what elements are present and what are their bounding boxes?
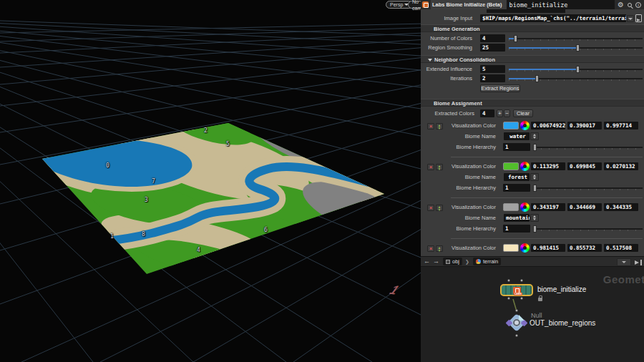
biome-hierarchy-slider[interactable] [533, 226, 643, 232]
number-of-colors-field[interactable]: 4 [480, 34, 505, 42]
null-output-connector[interactable] [515, 334, 518, 337]
node-output-connector[interactable] [507, 297, 510, 300]
forward-arrow-icon[interactable]: → [433, 257, 439, 266]
persp-label: Persp [390, 1, 403, 8]
camera-dropdown[interactable]: No cam [408, 1, 421, 9]
extracted-colors-row: Extracted Colors 4 + − Clear [421, 109, 644, 117]
biome-hierarchy-field[interactable]: 1 [503, 143, 530, 151]
color-wheel-icon[interactable] [520, 162, 530, 171]
biome-name-field[interactable]: mountain [504, 214, 530, 222]
biome-hierarchy-field[interactable]: 1 [503, 225, 530, 233]
image-input-dropdown[interactable] [627, 15, 634, 22]
spinner-icon[interactable] [530, 214, 539, 222]
network-editor[interactable]: Geometr LABS biome_initialize [421, 267, 644, 362]
color-r-field[interactable]: 0.00674922 [531, 122, 565, 129]
extended-influence-row: Extended Influence 5 [421, 65, 644, 73]
image-input-row: Image Input $HIP/maps/RegionsMap_`chs(".… [421, 14, 644, 22]
null-node-icon[interactable] [505, 311, 528, 334]
entry-divider [451, 157, 643, 157]
color-wheel-icon[interactable] [520, 243, 530, 253]
color-g-field[interactable]: 0.699845 [567, 162, 602, 170]
color-b-field[interactable]: 0.997714 [604, 122, 638, 129]
image-input-label: Image Input [444, 15, 472, 21]
iterations-row: Iterations 2 [421, 74, 644, 82]
biome-name-field[interactable]: forest [504, 173, 530, 181]
node-input-connector[interactable] [520, 279, 523, 282]
biome-initialize-node[interactable]: LABS [500, 284, 533, 296]
region-smoothing-slider[interactable] [509, 45, 643, 51]
viewport-3d[interactable]: 0 1 2 3 4 5 6 7 8 1 Persp No cam [0, 0, 421, 362]
spinner-icon[interactable] [530, 173, 539, 181]
color-b-field[interactable]: 0.517508 [604, 244, 638, 252]
pin-icon[interactable] [635, 260, 642, 265]
region-smoothing-field[interactable]: 25 [480, 44, 505, 52]
iterations-field[interactable]: 2 [480, 74, 505, 82]
geometry-node-icon [476, 259, 481, 264]
biome-name-label: Biome Name [465, 174, 496, 180]
region-label: 1 [110, 233, 114, 240]
color-g-field[interactable]: 0.344669 [567, 203, 602, 211]
biome-name-field[interactable]: water [504, 132, 530, 140]
color-swatch[interactable] [503, 203, 519, 211]
extended-influence-slider[interactable] [509, 67, 643, 72]
color-swatch[interactable] [503, 122, 519, 129]
add-entry-button[interactable]: + [497, 109, 503, 117]
color-r-field[interactable]: 0.981415 [531, 244, 565, 252]
houdini-window: 0 1 2 3 4 5 6 7 8 1 Persp No cam Labs Bi… [0, 0, 644, 362]
entry-divider [451, 238, 643, 239]
color-b-field[interactable]: 0.0270132 [604, 162, 638, 170]
biome-hierarchy-slider[interactable] [533, 185, 643, 191]
color-r-field[interactable]: 0.113295 [531, 162, 565, 170]
image-input-field[interactable]: $HIP/maps/RegionsMap_`chs("../terrain1/t… [480, 14, 626, 22]
back-arrow-icon[interactable]: ← [424, 257, 430, 266]
number-of-colors-slider[interactable] [509, 36, 643, 41]
node-output-connector[interactable] [520, 297, 523, 300]
extended-influence-field[interactable]: 5 [480, 65, 505, 73]
entry-divider [451, 197, 643, 198]
node-name-field[interactable]: biome_initialize [507, 0, 615, 9]
lock-icon [538, 298, 542, 301]
biome-hierarchy-field[interactable]: 1 [503, 184, 530, 192]
node-type-label: Labs Biome Initialize (Beta) [432, 1, 502, 8]
extract-regions-button[interactable]: Extract Regions [480, 84, 520, 92]
region-smoothing-row: Region Smoothing 25 [421, 44, 644, 52]
viz-color-label: Visualization Color [452, 245, 496, 251]
extracted-colors-field[interactable]: 4 [480, 109, 494, 117]
color-wheel-icon[interactable] [520, 202, 530, 212]
viz-color-label: Visualization Color [452, 122, 496, 129]
color-g-field[interactable]: 0.855732 [567, 244, 602, 252]
color-wheel-icon[interactable] [520, 121, 530, 130]
node-type-tab[interactable]: Labs Biome Initialize (Beta) [431, 0, 507, 9]
section-neighbor-consolidation[interactable]: Neighbor Consolidation [421, 55, 644, 63]
region-smoothing-label: Region Smoothing [428, 44, 472, 51]
breadcrumb-terrain[interactable]: terrain [473, 258, 501, 265]
null-input-connector[interactable] [515, 309, 518, 312]
clipped-parameter-field[interactable] [487, 9, 565, 13]
file-chooser-icon[interactable] [635, 14, 642, 22]
gear-icon[interactable]: ⚙ [618, 1, 624, 9]
path-dropdown[interactable] [617, 258, 631, 266]
breadcrumb-obj[interactable]: obj [443, 258, 462, 265]
labs-icon [422, 1, 429, 8]
clear-button[interactable]: Clear [513, 109, 533, 117]
number-of-colors-row: Number of Colors 4 [421, 34, 644, 42]
color-b-field[interactable]: 0.344335 [604, 203, 638, 211]
terrain-plane[interactable] [0, 102, 421, 293]
search-icon[interactable] [628, 3, 632, 7]
iterations-slider[interactable] [509, 76, 643, 82]
color-r-field[interactable]: 0.343197 [531, 203, 565, 211]
color-swatch[interactable] [503, 244, 519, 252]
node-input-connector[interactable] [507, 279, 510, 282]
info-icon[interactable]: i [635, 2, 641, 8]
node-label: biome_initialize [537, 285, 586, 293]
region-label: 0 [106, 162, 109, 169]
clipped-dropdown[interactable] [567, 9, 573, 13]
viz-color-label: Visualization Color [452, 204, 496, 210]
breadcrumb-separator: ❯ [465, 259, 469, 265]
remove-entry-button[interactable]: − [504, 109, 510, 117]
spinner-icon[interactable] [530, 132, 539, 140]
labs-badge: LABS [514, 293, 522, 295]
biome-hierarchy-slider[interactable] [533, 145, 643, 150]
color-swatch[interactable] [503, 162, 519, 170]
color-g-field[interactable]: 0.390017 [567, 122, 602, 129]
